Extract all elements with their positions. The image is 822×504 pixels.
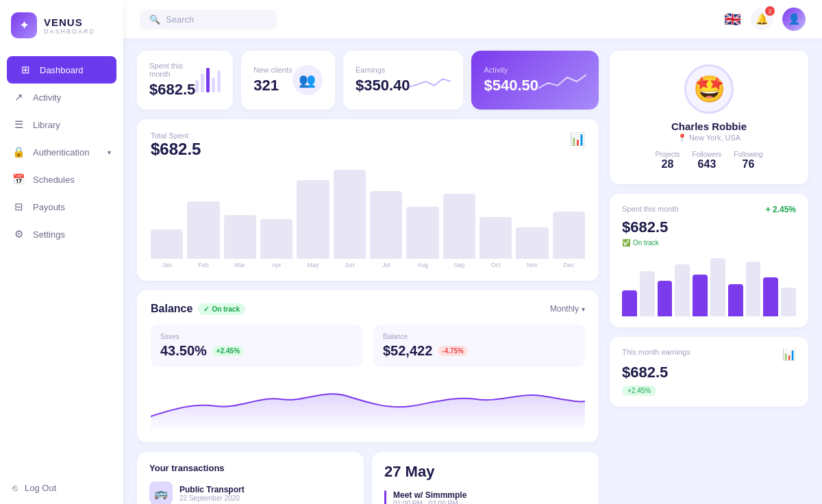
sidebar-label-payouts: Payouts — [33, 202, 65, 212]
spending-header: Spent this month + 2.45% — [622, 205, 796, 214]
sidebar-item-payouts[interactable]: ⊟ Payouts — [0, 193, 123, 220]
followers-label: Followers — [693, 151, 722, 158]
profile-stats: Projects 28 Followers 643 Following 76 — [655, 151, 762, 171]
transaction-info-0: Public Transport 22 September 2020 — [179, 485, 351, 502]
grid-icon: ⊞ — [19, 64, 32, 76]
bar — [334, 170, 366, 259]
followers-value: 643 — [693, 158, 722, 171]
bar — [224, 215, 256, 259]
stat-value-earnings: $350.40 — [356, 77, 410, 94]
right-bar — [746, 262, 761, 316]
right-bar — [622, 290, 637, 316]
area-chart — [151, 375, 585, 430]
sidebar-label-activity: Activity — [33, 92, 61, 103]
event-item-0: Meet w/ Simmmple 01:00 PM - 02:00 PM — [384, 490, 586, 504]
balance-metric: Balance $52,422 -4.75% — [373, 325, 585, 367]
chart-title-label: Total Spent — [151, 131, 201, 140]
mini-bar — [201, 73, 204, 92]
bar-group: Jul — [370, 191, 402, 268]
avatar[interactable]: 👤 — [782, 8, 806, 31]
transaction-name-0: Public Transport — [179, 485, 351, 494]
notification-badge: 2 — [765, 6, 775, 16]
total-spent-card: Total Spent $682.5 📊 JanFebMarAprMayJunJ… — [137, 119, 599, 281]
stat-card-info-spent: Spent this month $682.5 — [149, 62, 195, 99]
bar-label: Feb — [198, 262, 209, 268]
logo-text: VENUS DASHBOARD — [44, 16, 95, 35]
sidebar-item-dashboard[interactable]: ⊞ Dashboard — [7, 56, 116, 84]
bar — [443, 194, 475, 259]
transactions-title: Your transactions — [149, 463, 351, 473]
bar-group: May — [297, 180, 329, 268]
right-bar — [640, 271, 655, 316]
notifications-button[interactable]: 🔔 2 — [751, 8, 773, 30]
earnings-label: This month earnings — [622, 348, 690, 356]
mini-bar — [217, 71, 221, 92]
sidebar-item-activity[interactable]: ↗ Activity — [0, 84, 123, 111]
balance-metrics: Saves 43.50% +2.45% Balance $52,422 -4.7… — [151, 325, 585, 367]
earnings-value: $682.5 — [622, 364, 796, 381]
stat-card-earnings: Earnings $350.40 — [343, 51, 464, 110]
stat-card-info-clients: New clients 321 — [253, 66, 292, 94]
profile-stat-followers: Followers 643 — [693, 151, 722, 171]
profile-location: 📍 New York, USA — [677, 134, 740, 142]
bar — [370, 191, 402, 259]
right-bar — [710, 258, 725, 316]
check-circle-icon: ✅ — [622, 239, 630, 247]
period-selector[interactable]: Monthly ▾ — [550, 304, 585, 314]
sidebar-item-settings[interactable]: ⚙ Settings — [0, 220, 123, 248]
bar-group: Aug — [406, 207, 438, 268]
library-icon: ☰ — [12, 118, 25, 131]
stat-label-clients: New clients — [253, 66, 292, 74]
sidebar-item-authentication[interactable]: 🔒 Authentication ▾ — [0, 138, 123, 166]
bar-label: Aug — [417, 262, 428, 268]
bar — [553, 212, 585, 259]
stat-label-activity: Activity — [484, 66, 538, 74]
gear-icon: ⚙ — [12, 228, 25, 240]
mini-bar — [195, 80, 199, 92]
transaction-date-0: 22 September 2020 — [179, 494, 351, 502]
right-bar — [658, 281, 673, 316]
saves-pct: +2.45% — [212, 346, 244, 356]
bar-chart: JanFebMarAprMayJunJulAugSepOctNovDec — [151, 166, 585, 268]
earnings-badge: +2.45% — [622, 386, 656, 396]
bar — [406, 207, 438, 259]
search-box[interactable]: 🔍 Search — [140, 10, 277, 29]
stat-card-spent: Spent this month $682.5 — [137, 51, 233, 110]
saves-label: Saves — [160, 333, 353, 340]
bar-group: Feb — [187, 201, 219, 268]
bottom-row: Your transactions 🚌 Public Transport 22 … — [137, 452, 599, 504]
following-value: 76 — [734, 158, 762, 171]
spending-pct: + 2.45% — [766, 205, 796, 214]
bar-label: Jun — [345, 262, 355, 268]
bar-label: Nov — [527, 262, 538, 268]
sidebar-item-schedules[interactable]: 📅 Schedules — [0, 166, 123, 193]
activity-sparkline — [538, 68, 586, 92]
balance-pct: -4.75% — [438, 346, 468, 356]
earnings-header: This month earnings 📊 — [622, 348, 796, 361]
sidebar-item-library[interactable]: ☰ Library — [0, 111, 123, 138]
bar-label: Sep — [453, 262, 464, 268]
spending-card: Spent this month + 2.45% $682.5 ✅ On tra… — [610, 194, 808, 327]
sidebar-label-settings: Settings — [33, 229, 65, 240]
bar-group: Sep — [443, 194, 475, 268]
logo: ✦ VENUS DASHBOARD — [0, 0, 123, 51]
projects-label: Projects — [655, 151, 680, 158]
saves-metric: Saves 43.50% +2.45% — [151, 325, 362, 367]
spending-label: Spent this month — [622, 205, 679, 213]
logout-button[interactable]: ⎋ Log Out — [0, 472, 123, 504]
spending-value: $682.5 — [622, 218, 796, 236]
right-bar — [763, 277, 778, 316]
bar-label: Mar — [235, 262, 246, 268]
bar-group: Mar — [224, 215, 256, 268]
bar-group: Nov — [516, 227, 548, 268]
bus-icon: 🚌 — [149, 481, 173, 504]
stat-cards: Spent this month $682.5 New clients 3 — [137, 51, 599, 110]
period-label: Monthly — [550, 304, 579, 314]
bar-label: Dec — [563, 262, 574, 268]
stat-card-info-earnings: Earnings $350.40 — [356, 66, 410, 94]
bar-group: Oct — [480, 217, 512, 268]
bell-icon: 🔔 — [756, 13, 769, 25]
projects-value: 28 — [655, 158, 680, 171]
bar — [516, 227, 548, 259]
mini-bar — [206, 68, 210, 92]
